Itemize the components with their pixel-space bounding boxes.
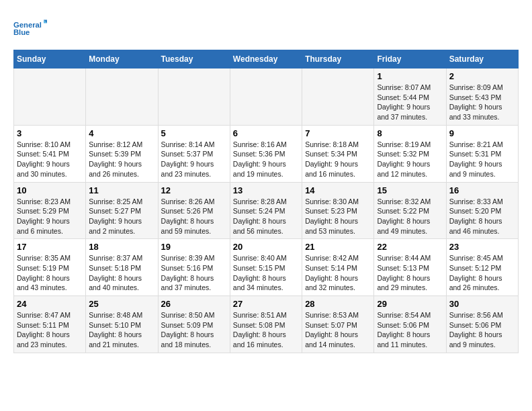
day-info: Sunrise: 8:35 AM Sunset: 5:19 PM Dayligh… xyxy=(17,253,83,293)
calendar-week-row: 10Sunrise: 8:23 AM Sunset: 5:29 PM Dayli… xyxy=(14,182,519,239)
day-number: 12 xyxy=(161,185,227,195)
calendar-cell: 15Sunrise: 8:32 AM Sunset: 5:22 PM Dayli… xyxy=(374,182,446,239)
calendar-cell: 3Sunrise: 8:10 AM Sunset: 5:41 PM Daylig… xyxy=(14,125,86,182)
day-info: Sunrise: 8:47 AM Sunset: 5:11 PM Dayligh… xyxy=(17,310,83,350)
calendar-cell: 21Sunrise: 8:42 AM Sunset: 5:14 PM Dayli… xyxy=(302,239,374,296)
calendar-cell: 11Sunrise: 8:25 AM Sunset: 5:27 PM Dayli… xyxy=(86,182,158,239)
day-info: Sunrise: 8:19 AM Sunset: 5:32 PM Dayligh… xyxy=(377,140,443,179)
day-info: Sunrise: 8:32 AM Sunset: 5:22 PM Dayligh… xyxy=(377,197,443,236)
logo-svg: General Blue xyxy=(13,13,47,43)
day-info: Sunrise: 8:39 AM Sunset: 5:16 PM Dayligh… xyxy=(161,253,227,293)
day-number: 5 xyxy=(161,128,227,138)
calendar-cell: 1Sunrise: 8:07 AM Sunset: 5:44 PM Daylig… xyxy=(374,68,446,126)
calendar-cell: 25Sunrise: 8:48 AM Sunset: 5:10 PM Dayli… xyxy=(86,296,158,353)
calendar-cell: 2Sunrise: 8:09 AM Sunset: 5:43 PM Daylig… xyxy=(446,68,518,126)
calendar-cell: 10Sunrise: 8:23 AM Sunset: 5:29 PM Dayli… xyxy=(14,182,86,239)
calendar-week-row: 3Sunrise: 8:10 AM Sunset: 5:41 PM Daylig… xyxy=(14,125,519,182)
day-number: 27 xyxy=(233,299,299,309)
day-info: Sunrise: 8:21 AM Sunset: 5:31 PM Dayligh… xyxy=(449,140,515,179)
day-info: Sunrise: 8:26 AM Sunset: 5:26 PM Dayligh… xyxy=(161,197,227,236)
day-info: Sunrise: 8:40 AM Sunset: 5:15 PM Dayligh… xyxy=(233,253,299,293)
calendar-week-row: 24Sunrise: 8:47 AM Sunset: 5:11 PM Dayli… xyxy=(14,296,519,353)
calendar-cell: 18Sunrise: 8:37 AM Sunset: 5:18 PM Dayli… xyxy=(86,239,158,296)
day-info: Sunrise: 8:56 AM Sunset: 5:06 PM Dayligh… xyxy=(449,310,515,350)
col-header-monday: Monday xyxy=(86,50,158,68)
calendar-cell: 13Sunrise: 8:28 AM Sunset: 5:24 PM Dayli… xyxy=(230,182,302,239)
calendar-cell xyxy=(86,68,158,126)
day-info: Sunrise: 8:28 AM Sunset: 5:24 PM Dayligh… xyxy=(233,197,299,236)
calendar-cell: 8Sunrise: 8:19 AM Sunset: 5:32 PM Daylig… xyxy=(374,125,446,182)
day-number: 16 xyxy=(449,185,515,195)
day-number: 20 xyxy=(233,242,299,252)
calendar-cell xyxy=(230,68,302,126)
day-number: 9 xyxy=(449,128,515,138)
day-info: Sunrise: 8:12 AM Sunset: 5:39 PM Dayligh… xyxy=(89,140,154,179)
calendar-table: SundayMondayTuesdayWednesdayThursdayFrid… xyxy=(13,50,519,353)
day-number: 19 xyxy=(161,242,227,252)
day-info: Sunrise: 8:09 AM Sunset: 5:43 PM Dayligh… xyxy=(449,83,515,122)
day-number: 23 xyxy=(449,242,515,252)
svg-text:Blue: Blue xyxy=(13,28,30,36)
day-info: Sunrise: 8:18 AM Sunset: 5:34 PM Dayligh… xyxy=(305,140,371,179)
calendar-cell: 4Sunrise: 8:12 AM Sunset: 5:39 PM Daylig… xyxy=(86,125,158,182)
calendar-cell xyxy=(14,68,86,126)
calendar-cell: 23Sunrise: 8:45 AM Sunset: 5:12 PM Dayli… xyxy=(446,239,518,296)
day-number: 10 xyxy=(17,185,83,195)
col-header-saturday: Saturday xyxy=(446,50,518,68)
calendar-cell: 6Sunrise: 8:16 AM Sunset: 5:36 PM Daylig… xyxy=(230,125,302,182)
day-info: Sunrise: 8:53 AM Sunset: 5:07 PM Dayligh… xyxy=(305,310,371,350)
day-number: 21 xyxy=(305,242,371,252)
col-header-friday: Friday xyxy=(374,50,446,68)
day-info: Sunrise: 8:30 AM Sunset: 5:23 PM Dayligh… xyxy=(305,197,371,236)
calendar-cell: 7Sunrise: 8:18 AM Sunset: 5:34 PM Daylig… xyxy=(302,125,374,182)
day-info: Sunrise: 8:50 AM Sunset: 5:09 PM Dayligh… xyxy=(161,310,227,350)
day-number: 30 xyxy=(449,299,515,309)
day-number: 17 xyxy=(17,242,83,252)
calendar-cell xyxy=(302,68,374,126)
day-info: Sunrise: 8:51 AM Sunset: 5:08 PM Dayligh… xyxy=(233,310,299,350)
day-number: 15 xyxy=(377,185,443,195)
day-number: 3 xyxy=(17,128,83,138)
col-header-thursday: Thursday xyxy=(302,50,374,68)
day-number: 6 xyxy=(233,128,299,138)
day-number: 26 xyxy=(161,299,227,309)
calendar-cell: 22Sunrise: 8:44 AM Sunset: 5:13 PM Dayli… xyxy=(374,239,446,296)
calendar-cell: 29Sunrise: 8:54 AM Sunset: 5:06 PM Dayli… xyxy=(374,296,446,353)
day-number: 28 xyxy=(305,299,371,309)
day-info: Sunrise: 8:54 AM Sunset: 5:06 PM Dayligh… xyxy=(377,310,443,350)
day-info: Sunrise: 8:14 AM Sunset: 5:37 PM Dayligh… xyxy=(161,140,227,179)
day-info: Sunrise: 8:07 AM Sunset: 5:44 PM Dayligh… xyxy=(377,83,443,122)
calendar-cell: 28Sunrise: 8:53 AM Sunset: 5:07 PM Dayli… xyxy=(302,296,374,353)
calendar-cell xyxy=(158,68,230,126)
day-number: 24 xyxy=(17,299,83,309)
day-number: 11 xyxy=(89,185,154,195)
calendar-week-row: 1Sunrise: 8:07 AM Sunset: 5:44 PM Daylig… xyxy=(14,68,519,126)
calendar-cell: 26Sunrise: 8:50 AM Sunset: 5:09 PM Dayli… xyxy=(158,296,230,353)
calendar-cell: 12Sunrise: 8:26 AM Sunset: 5:26 PM Dayli… xyxy=(158,182,230,239)
day-info: Sunrise: 8:45 AM Sunset: 5:12 PM Dayligh… xyxy=(449,253,515,293)
calendar-header-row: SundayMondayTuesdayWednesdayThursdayFrid… xyxy=(14,50,519,68)
day-info: Sunrise: 8:10 AM Sunset: 5:41 PM Dayligh… xyxy=(17,140,83,179)
day-number: 29 xyxy=(377,299,443,309)
col-header-sunday: Sunday xyxy=(14,50,86,68)
calendar-cell: 20Sunrise: 8:40 AM Sunset: 5:15 PM Dayli… xyxy=(230,239,302,296)
page-header: General Blue xyxy=(13,13,519,43)
svg-text:General: General xyxy=(13,21,42,29)
day-info: Sunrise: 8:42 AM Sunset: 5:14 PM Dayligh… xyxy=(305,253,371,293)
day-number: 4 xyxy=(89,128,154,138)
calendar-cell: 17Sunrise: 8:35 AM Sunset: 5:19 PM Dayli… xyxy=(14,239,86,296)
day-number: 14 xyxy=(305,185,371,195)
day-number: 18 xyxy=(89,242,154,252)
calendar-cell: 27Sunrise: 8:51 AM Sunset: 5:08 PM Dayli… xyxy=(230,296,302,353)
day-info: Sunrise: 8:33 AM Sunset: 5:20 PM Dayligh… xyxy=(449,197,515,236)
calendar-week-row: 17Sunrise: 8:35 AM Sunset: 5:19 PM Dayli… xyxy=(14,239,519,296)
calendar-cell: 30Sunrise: 8:56 AM Sunset: 5:06 PM Dayli… xyxy=(446,296,518,353)
day-info: Sunrise: 8:44 AM Sunset: 5:13 PM Dayligh… xyxy=(377,253,443,293)
day-info: Sunrise: 8:37 AM Sunset: 5:18 PM Dayligh… xyxy=(89,253,154,293)
day-number: 8 xyxy=(377,128,443,138)
calendar-cell: 9Sunrise: 8:21 AM Sunset: 5:31 PM Daylig… xyxy=(446,125,518,182)
calendar-cell: 24Sunrise: 8:47 AM Sunset: 5:11 PM Dayli… xyxy=(14,296,86,353)
day-info: Sunrise: 8:16 AM Sunset: 5:36 PM Dayligh… xyxy=(233,140,299,179)
calendar-cell: 14Sunrise: 8:30 AM Sunset: 5:23 PM Dayli… xyxy=(302,182,374,239)
day-number: 2 xyxy=(449,71,515,81)
